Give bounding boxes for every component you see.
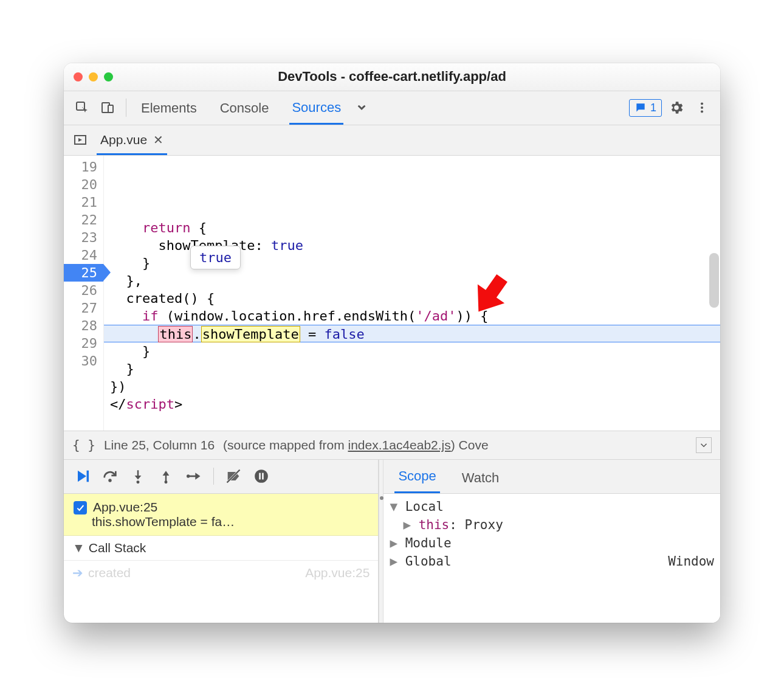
code-area[interactable]: true return { showTemplate: true } }, cr… — [104, 156, 720, 431]
code-line-29[interactable]: </script> — [104, 395, 720, 413]
svg-point-4 — [701, 106, 703, 109]
separator — [126, 99, 126, 117]
scope-local[interactable]: ▼ Local — [386, 497, 718, 516]
svg-point-13 — [165, 480, 168, 483]
pause-on-exceptions-icon[interactable] — [249, 464, 273, 488]
debugger-right: Scope Watch ▼ Local ▶ this: Proxy ▶ Modu… — [383, 460, 720, 623]
svg-marker-12 — [163, 471, 170, 476]
gear-icon[interactable] — [665, 97, 687, 119]
breakpoint-location: App.vue:25 — [93, 500, 157, 514]
line-number-gutter[interactable]: 192021222324252627282930 — [64, 156, 104, 431]
show-navigator-icon[interactable] — [70, 130, 91, 150]
zoom-window-dot[interactable] — [104, 72, 113, 81]
scope-global[interactable]: ▶ GlobalWindow — [386, 552, 718, 570]
tab-watch[interactable]: Watch — [458, 463, 503, 493]
code-line-30[interactable] — [104, 413, 720, 431]
cursor-position: Line 25, Column 16 — [104, 438, 215, 452]
editor-status-bar: { } Line 25, Column 16 (source mapped fr… — [64, 431, 720, 460]
svg-rect-0 — [77, 102, 84, 110]
svg-point-5 — [701, 111, 703, 113]
kebab-menu-icon[interactable] — [691, 97, 713, 119]
svg-point-15 — [187, 474, 190, 477]
debugger-controls — [64, 460, 378, 494]
issues-count: 1 — [650, 102, 656, 114]
tab-console[interactable]: Console — [218, 92, 272, 123]
tab-sources[interactable]: Sources — [289, 91, 343, 125]
scope-module[interactable]: ▶ Module — [386, 534, 718, 552]
svg-rect-8 — [87, 471, 89, 482]
window-traffic-lights — [74, 72, 113, 81]
issues-button[interactable]: 1 — [629, 99, 662, 117]
scope-watch-tabs: Scope Watch — [383, 460, 720, 494]
svg-point-3 — [701, 103, 703, 105]
svg-rect-19 — [259, 473, 261, 480]
breakpoint-entry[interactable]: App.vue:25 — [74, 500, 368, 514]
mapped-file-link[interactable]: index.1ac4eab2.js — [348, 438, 450, 452]
tab-elements[interactable]: Elements — [139, 92, 199, 123]
breakpoint-source: this.showTemplate = fa… — [92, 514, 368, 529]
scrollbar-thumb[interactable] — [709, 253, 719, 308]
svg-point-18 — [255, 469, 268, 483]
debugger-pane: App.vue:25 this.showTemplate = fa… ▼Call… — [64, 460, 720, 623]
step-over-icon[interactable] — [98, 464, 122, 488]
status-dropdown-icon[interactable] — [696, 437, 712, 453]
svg-rect-2 — [108, 105, 113, 113]
file-tab-strip: App.vue ✕ — [64, 125, 720, 156]
pretty-print-icon[interactable]: { } — [72, 438, 95, 452]
devtools-toolbar: Elements Console Sources 1 — [64, 91, 720, 125]
step-out-icon[interactable] — [154, 464, 178, 488]
svg-marker-7 — [78, 138, 82, 142]
svg-point-9 — [108, 479, 111, 482]
close-window-dot[interactable] — [74, 72, 83, 81]
call-stack-frame[interactable]: ➔created App.vue:25 — [64, 561, 378, 585]
devtools-window: DevTools - coffee-cart.netlify.app/ad El… — [64, 63, 720, 623]
tab-scope[interactable]: Scope — [394, 461, 439, 493]
svg-marker-14 — [195, 473, 200, 480]
inspect-element-icon[interactable] — [71, 97, 93, 119]
svg-marker-10 — [135, 476, 142, 480]
resume-button-icon[interactable] — [70, 464, 94, 488]
triangle-down-icon: ▼ — [72, 541, 85, 555]
hover-value-tooltip: true — [190, 246, 241, 269]
titlebar: DevTools - coffee-cart.netlify.app/ad — [64, 63, 720, 91]
scope-this[interactable]: ▶ this: Proxy — [386, 516, 718, 534]
close-file-tab-icon[interactable]: ✕ — [153, 133, 163, 147]
breakpoints-panel: App.vue:25 this.showTemplate = fa… — [64, 494, 378, 536]
scope-body[interactable]: ▼ Local ▶ this: Proxy ▶ Module ▶ GlobalW… — [383, 494, 720, 623]
source-map-info: (source mapped from index.1ac4eab2.js) C… — [223, 438, 489, 452]
panel-tabs: Elements Console Sources — [139, 91, 343, 125]
annotation-arrow-icon — [259, 217, 518, 381]
breakpoint-checkbox[interactable] — [74, 501, 87, 514]
svg-rect-20 — [262, 473, 264, 480]
more-tabs-chevron-icon[interactable] — [347, 100, 375, 116]
call-stack-header[interactable]: ▼Call Stack — [64, 536, 378, 561]
deactivate-breakpoints-icon[interactable] — [221, 464, 246, 488]
source-editor[interactable]: 192021222324252627282930 true return { s… — [64, 156, 720, 431]
debugger-left: App.vue:25 this.showTemplate = fa… ▼Call… — [64, 460, 379, 623]
splitter[interactable] — [379, 460, 383, 623]
device-toolbar-icon[interactable] — [97, 97, 119, 119]
step-icon[interactable] — [182, 464, 206, 488]
minimize-window-dot[interactable] — [89, 72, 98, 81]
file-tab-label: App.vue — [100, 133, 147, 147]
svg-point-11 — [137, 480, 140, 483]
window-title: DevTools - coffee-cart.netlify.app/ad — [64, 69, 720, 85]
separator — [213, 468, 214, 485]
step-into-icon[interactable] — [126, 464, 150, 488]
file-tab-app-vue[interactable]: App.vue ✕ — [97, 125, 167, 155]
